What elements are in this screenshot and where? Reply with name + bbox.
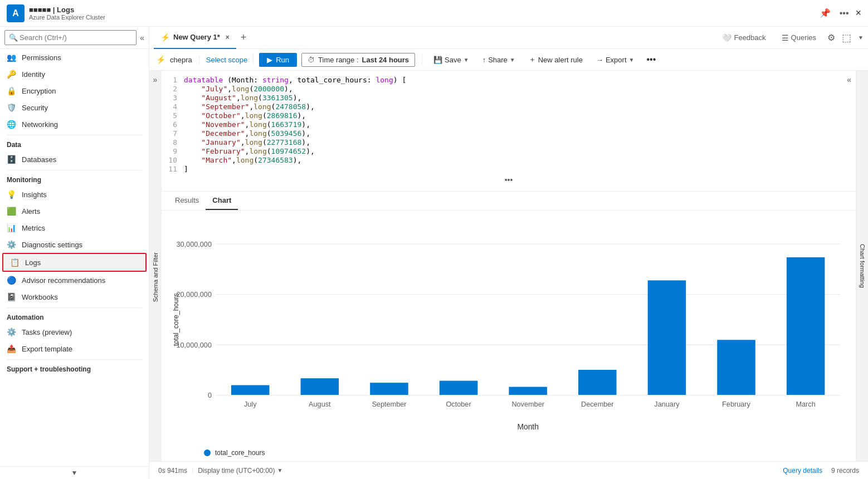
feedback-icon: 🤍 bbox=[722, 33, 732, 42]
export-icon: 📤 bbox=[7, 344, 16, 353]
sidebar-item-databases[interactable]: 🗄️ Databases bbox=[0, 151, 149, 168]
sidebar-item-export[interactable]: 📤 Export template bbox=[0, 340, 149, 357]
share-button[interactable]: ↑ Share ▼ bbox=[478, 53, 520, 66]
sidebar-search-row: 🔍 « bbox=[0, 27, 149, 49]
sidebar-item-insights[interactable]: 💡 Insights bbox=[0, 186, 149, 203]
data-section-divider bbox=[7, 135, 142, 135]
sidebar-item-label: Metrics bbox=[22, 224, 45, 232]
close-icon[interactable]: × bbox=[855, 7, 861, 19]
svg-rect-17 bbox=[509, 387, 547, 395]
sidebar-item-logs[interactable]: 📋 Logs bbox=[2, 253, 147, 272]
search-input[interactable] bbox=[4, 30, 136, 45]
main-column: 1datatable (Month: string, total_core_ho… bbox=[162, 71, 856, 461]
time-range-value: Last 24 hours bbox=[362, 56, 409, 64]
collapse-sidebar-icon[interactable]: « bbox=[140, 33, 144, 42]
editor-collapse-btn[interactable]: « bbox=[847, 75, 851, 84]
sidebar-item-identity[interactable]: 🔑 Identity bbox=[0, 66, 149, 82]
tab-results[interactable]: Results bbox=[168, 192, 206, 210]
more-icon[interactable]: ••• bbox=[837, 6, 851, 21]
panel-icon[interactable]: ⬚ bbox=[842, 32, 851, 44]
tab-query1[interactable]: ⚡ New Query 1* × bbox=[154, 27, 236, 49]
feedback-label: Feedback bbox=[734, 33, 765, 42]
sidebar-scroll: 👥 Permissions 🔑 Identity 🔒 Encryption 🛡️… bbox=[0, 49, 149, 466]
sidebar-item-advisor[interactable]: 🔵 Advisor recommendations bbox=[0, 272, 149, 289]
display-time-button[interactable]: Display time (UTC+00:00) ▼ bbox=[198, 467, 282, 475]
tab-right-actions: 🤍 Feedback ☰ Queries ⚙ ⬚ ▼ bbox=[718, 31, 864, 45]
main-layout: 🔍 « 👥 Permissions 🔑 Identity 🔒 Encryptio… bbox=[0, 27, 868, 479]
top-bar: A ■■■■■ | Logs Azure Data Explorer Clust… bbox=[0, 0, 868, 27]
query-details-link[interactable]: Query details bbox=[783, 467, 822, 475]
run-icon: ▶ bbox=[267, 56, 272, 64]
legend-dot bbox=[204, 449, 211, 456]
resource-type: Azure Data Explorer Cluster bbox=[29, 14, 813, 21]
results-chart-tabs: Results Chart bbox=[162, 192, 856, 211]
sidebar-item-label: Workbooks bbox=[22, 293, 58, 301]
time-range-button[interactable]: ⏱ Time range : Last 24 hours bbox=[301, 53, 415, 67]
time-range-prefix: Time range : bbox=[318, 56, 359, 64]
sidebar-item-metrics[interactable]: 📊 Metrics bbox=[0, 219, 149, 236]
diagnostic-icon: ⚙️ bbox=[7, 240, 16, 249]
toolbar-more[interactable]: ••• bbox=[643, 52, 659, 67]
query-toolbar: ⚡ chepra Select scope ▶ Run ⏱ Time range… bbox=[149, 49, 868, 71]
sidebar-item-encryption[interactable]: 🔒 Encryption bbox=[0, 82, 149, 99]
editor-chart-area: » Schema and Filter 1datatable (Month: s… bbox=[149, 71, 868, 461]
sidebar-item-alerts[interactable]: 🟩 Alerts bbox=[0, 203, 149, 219]
share-icon: ↑ bbox=[482, 56, 486, 64]
app-logo: A bbox=[7, 4, 25, 22]
svg-rect-15 bbox=[440, 381, 478, 395]
new-alert-icon: ＋ bbox=[529, 55, 536, 65]
svg-text:August: August bbox=[309, 400, 331, 408]
logs-icon: 📋 bbox=[10, 258, 19, 267]
svg-rect-23 bbox=[717, 340, 755, 395]
queries-icon: ☰ bbox=[782, 33, 789, 42]
svg-text:total_core_hours: total_core_hours bbox=[172, 293, 180, 346]
automation-section-label: Automation bbox=[0, 309, 149, 324]
run-button[interactable]: ▶ Run bbox=[259, 53, 297, 67]
chart-format-panel[interactable]: Chart formatting bbox=[856, 71, 868, 461]
svg-rect-21 bbox=[648, 280, 686, 395]
save-button[interactable]: 💾 Save ▼ bbox=[429, 53, 474, 66]
gear-icon[interactable]: ⚙ bbox=[827, 32, 835, 43]
tab-add-icon[interactable]: + bbox=[236, 32, 251, 43]
sidebar-item-label: Networking bbox=[22, 120, 58, 129]
run-label: Run bbox=[276, 56, 289, 64]
metrics-icon: 📊 bbox=[7, 223, 16, 232]
sidebar: 🔍 « 👥 Permissions 🔑 Identity 🔒 Encryptio… bbox=[0, 27, 149, 479]
export-button[interactable]: → Export ▼ bbox=[592, 53, 638, 66]
data-section-label: Data bbox=[0, 136, 149, 151]
sidebar-item-permissions[interactable]: 👥 Permissions bbox=[0, 49, 149, 66]
svg-text:20,000,000: 20,000,000 bbox=[176, 290, 212, 299]
identity-icon: 🔑 bbox=[7, 70, 16, 79]
sidebar-item-label: Insights bbox=[22, 190, 47, 199]
databases-icon: 🗄️ bbox=[7, 155, 16, 164]
sidebar-item-security[interactable]: 🛡️ Security bbox=[0, 99, 149, 116]
chart-format-label: Chart formatting bbox=[859, 244, 866, 288]
code-editor[interactable]: 1datatable (Month: string, total_core_ho… bbox=[162, 71, 856, 192]
pin-icon[interactable]: 📌 bbox=[817, 6, 833, 21]
sidebar-item-diagnostic[interactable]: ⚙️ Diagnostic settings bbox=[0, 236, 149, 253]
new-alert-button[interactable]: ＋ New alert rule bbox=[524, 52, 587, 67]
schema-expand-icon: » bbox=[153, 75, 158, 84]
sidebar-item-label: Advisor recommendations bbox=[22, 276, 105, 285]
sidebar-item-workbooks[interactable]: 📓 Workbooks bbox=[0, 289, 149, 305]
queries-button[interactable]: ☰ Queries bbox=[777, 31, 821, 45]
tab-chart[interactable]: Chart bbox=[206, 192, 238, 210]
feedback-button[interactable]: 🤍 Feedback bbox=[718, 31, 770, 45]
panel-chevron-icon[interactable]: ▼ bbox=[858, 35, 864, 41]
content-area: ⚡ New Query 1* × + 🤍 Feedback ☰ Queries … bbox=[149, 27, 868, 479]
sidebar-item-tasks[interactable]: ⚙️ Tasks (preview) bbox=[0, 324, 149, 340]
tab-icon: ⚡ bbox=[160, 33, 170, 42]
select-scope-btn[interactable]: Select scope bbox=[199, 56, 247, 64]
svg-rect-9 bbox=[231, 385, 270, 395]
schema-panel[interactable]: » Schema and Filter bbox=[149, 71, 162, 461]
svg-text:December: December bbox=[581, 400, 614, 408]
sidebar-item-label: Tasks (preview) bbox=[22, 328, 72, 336]
sidebar-item-label: Logs bbox=[25, 258, 41, 267]
tab-close-icon[interactable]: × bbox=[226, 33, 230, 41]
sidebar-item-label: Permissions bbox=[22, 53, 61, 62]
export-chevron-icon: ▼ bbox=[629, 57, 635, 63]
status-bar: 0s 941ms | Display time (UTC+00:00) ▼ Qu… bbox=[149, 461, 868, 479]
support-section-divider bbox=[7, 359, 142, 360]
monitoring-section-label: Monitoring bbox=[0, 172, 149, 186]
sidebar-item-networking[interactable]: 🌐 Networking bbox=[0, 116, 149, 133]
